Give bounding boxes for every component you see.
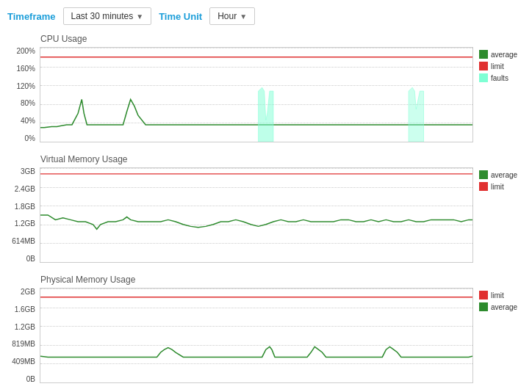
legend-color-box bbox=[479, 170, 488, 179]
y-axis-label: 200% bbox=[7, 47, 35, 55]
y-axis-label: 40% bbox=[7, 117, 35, 125]
chart-area-pmem bbox=[40, 288, 473, 383]
timeunit-value: Hour bbox=[218, 11, 237, 21]
legend-color-box bbox=[479, 62, 488, 70]
y-axis-label: 0B bbox=[7, 375, 35, 383]
y-axis-label: 2.4GB bbox=[7, 185, 35, 193]
legend-label: average bbox=[491, 51, 517, 59]
y-axis-label: 80% bbox=[7, 99, 35, 107]
y-axis-label: 1.2GB bbox=[7, 323, 35, 331]
timeframe-arrow-icon: ▼ bbox=[136, 12, 143, 21]
timeunit-dropdown[interactable]: Hour ▼ bbox=[209, 7, 255, 25]
timeframe-label: Timeframe bbox=[7, 11, 56, 22]
y-axis-label: 1.2GB bbox=[7, 219, 35, 228]
legend-item: limit bbox=[479, 62, 525, 70]
timeframe-value: Last 30 minutes bbox=[71, 11, 134, 21]
timeunit-arrow-icon: ▼ bbox=[240, 12, 247, 21]
y-axis-cpu: 200%160%120%80%40%0% bbox=[7, 47, 40, 142]
legend-label: limit bbox=[491, 62, 504, 70]
legend-color-box bbox=[479, 182, 488, 191]
charts-container: CPU Usage200%160%120%80%40%0%averagelimi… bbox=[7, 34, 525, 383]
y-axis-label: 2GB bbox=[7, 288, 35, 296]
legend-pmem: limitaverage bbox=[473, 288, 525, 383]
chart-title-pmem: Physical Memory Usage bbox=[40, 275, 525, 285]
svg-marker-2 bbox=[409, 87, 423, 142]
legend-item: average bbox=[479, 170, 525, 179]
chart-section-cpu: CPU Usage200%160%120%80%40%0%averagelimi… bbox=[7, 34, 525, 142]
legend-item: limit bbox=[479, 291, 525, 300]
legend-item: faults bbox=[479, 73, 525, 82]
y-axis-label: 120% bbox=[7, 82, 35, 90]
legend-label: average bbox=[491, 171, 517, 179]
chart-section-pmem: Physical Memory Usage2GB1.6GB1.2GB819MB4… bbox=[7, 275, 525, 383]
timeunit-label: Time Unit bbox=[159, 11, 202, 22]
y-axis-vmem: 3GB2.4GB1.8GB1.2GB614MB0B bbox=[7, 167, 40, 263]
chart-svg-pmem bbox=[40, 288, 472, 382]
legend-label: limit bbox=[491, 291, 504, 300]
legend-label: limit bbox=[491, 183, 504, 191]
y-axis-label: 160% bbox=[7, 65, 35, 73]
legend-color-box bbox=[479, 50, 488, 59]
chart-title-cpu: CPU Usage bbox=[40, 34, 525, 44]
y-axis-pmem: 2GB1.6GB1.2GB819MB409MB0B bbox=[7, 288, 40, 383]
y-axis-label: 1.8GB bbox=[7, 203, 35, 211]
legend-color-box bbox=[479, 73, 488, 82]
legend-label: faults bbox=[491, 74, 508, 82]
legend-vmem: averagelimit bbox=[473, 167, 525, 263]
chart-title-vmem: Virtual Memory Usage bbox=[40, 154, 525, 164]
legend-color-box bbox=[479, 291, 488, 300]
y-axis-label: 0% bbox=[7, 134, 35, 142]
chart-section-vmem: Virtual Memory Usage3GB2.4GB1.8GB1.2GB61… bbox=[7, 154, 525, 263]
legend-item: limit bbox=[479, 182, 525, 191]
chart-svg-cpu bbox=[40, 48, 472, 142]
y-axis-label: 1.6GB bbox=[7, 305, 35, 313]
y-axis-label: 614MB bbox=[7, 237, 35, 245]
y-axis-label: 3GB bbox=[7, 167, 35, 175]
y-axis-label: 819MB bbox=[7, 340, 35, 348]
legend-color-box bbox=[479, 302, 488, 311]
svg-marker-1 bbox=[259, 87, 273, 142]
legend-cpu: averagelimitfaults bbox=[473, 47, 525, 142]
chart-svg-vmem bbox=[40, 168, 472, 262]
y-axis-label: 0B bbox=[7, 255, 35, 263]
chart-area-cpu bbox=[40, 47, 473, 142]
legend-item: average bbox=[479, 302, 525, 311]
y-axis-label: 409MB bbox=[7, 357, 35, 366]
legend-label: average bbox=[491, 303, 517, 311]
toolbar: Timeframe Last 30 minutes ▼ Time Unit Ho… bbox=[7, 7, 525, 25]
chart-area-vmem bbox=[40, 167, 473, 263]
timeframe-dropdown[interactable]: Last 30 minutes ▼ bbox=[63, 7, 152, 25]
legend-item: average bbox=[479, 50, 525, 59]
